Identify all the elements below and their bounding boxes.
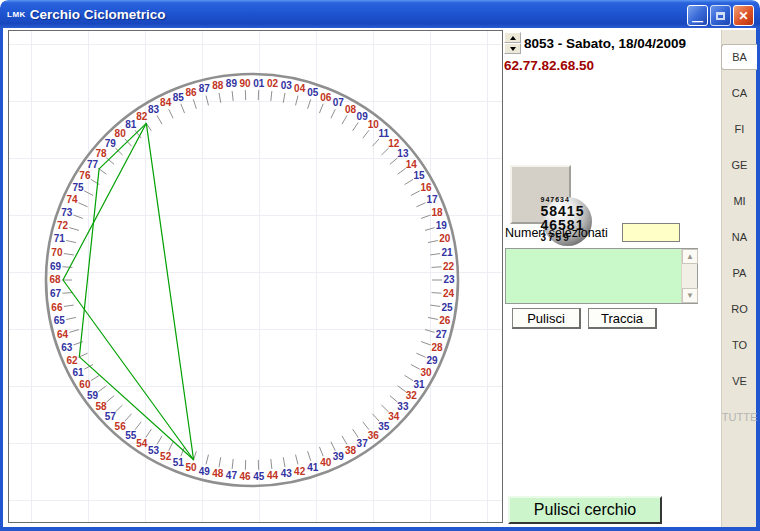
circle-number[interactable]: 08	[345, 104, 357, 115]
circle-number[interactable]: 85	[173, 92, 185, 103]
circle-number[interactable]: 62	[66, 355, 78, 366]
circle-number[interactable]: 52	[160, 451, 172, 462]
circle-number[interactable]: 75	[72, 182, 84, 193]
circle-number[interactable]: 77	[87, 159, 99, 170]
circle-number[interactable]: 60	[79, 379, 91, 390]
wheel-tab-na[interactable]: NA	[722, 224, 757, 250]
circle-number[interactable]: 59	[87, 390, 99, 401]
circle-number[interactable]: 72	[57, 220, 69, 231]
circle-number[interactable]: 40	[320, 457, 332, 468]
circle-number[interactable]: 86	[186, 87, 198, 98]
circle-number[interactable]: 43	[281, 468, 293, 479]
circle-number[interactable]: 05	[307, 87, 319, 98]
circle-number[interactable]: 13	[397, 148, 409, 159]
circle-number[interactable]: 87	[199, 83, 211, 94]
circle-number[interactable]: 04	[294, 83, 306, 94]
spinner-down-button[interactable]	[504, 43, 521, 54]
circle-number[interactable]: 46	[240, 471, 252, 482]
circle-number[interactable]: 06	[320, 92, 332, 103]
circle-number[interactable]: 67	[50, 288, 62, 299]
wheel-tab-fi[interactable]: FI	[722, 116, 757, 142]
circle-number[interactable]: 35	[378, 421, 390, 432]
spinner-up-button[interactable]	[504, 32, 521, 43]
circle-number[interactable]: 66	[51, 302, 63, 313]
scroll-up-icon[interactable]: ▲	[682, 249, 698, 264]
wheel-tab-to[interactable]: TO	[722, 332, 757, 358]
circle-number[interactable]: 25	[442, 302, 454, 313]
lottery-ball-button[interactable]: 947634 58415 46581 3759	[510, 165, 571, 224]
circle-number[interactable]: 89	[226, 78, 238, 89]
circle-number[interactable]: 78	[96, 148, 108, 159]
circle-number[interactable]: 32	[406, 390, 418, 401]
pulisci-cerchio-button[interactable]: Pulisci cerchio	[508, 496, 662, 524]
circle-number[interactable]: 14	[406, 159, 418, 170]
circle-number[interactable]: 44	[267, 470, 279, 481]
circle-number[interactable]: 30	[420, 367, 432, 378]
circle-number[interactable]: 54	[136, 438, 148, 449]
circle-number[interactable]: 20	[439, 233, 451, 244]
pulisci-button[interactable]: Pulisci	[512, 308, 581, 329]
circle-number[interactable]: 74	[66, 194, 78, 205]
circle-number[interactable]: 45	[253, 471, 265, 482]
circle-number[interactable]: 48	[212, 468, 224, 479]
circle-number[interactable]: 26	[439, 315, 451, 326]
circle-number[interactable]: 09	[357, 111, 369, 122]
circle-number[interactable]: 49	[199, 466, 211, 477]
circle-number[interactable]: 71	[54, 233, 66, 244]
circle-number[interactable]: 34	[388, 411, 400, 422]
wheel-tab-ge[interactable]: GE	[722, 152, 757, 178]
maximize-button[interactable]	[710, 5, 731, 26]
circle-number[interactable]: 03	[281, 80, 293, 91]
circle-number[interactable]: 27	[436, 329, 448, 340]
circle-number[interactable]: 73	[61, 207, 73, 218]
circle-number[interactable]: 18	[432, 207, 444, 218]
wheel-tab-ca[interactable]: CA	[722, 80, 757, 106]
circle-number[interactable]: 21	[442, 247, 454, 258]
circle-number[interactable]: 19	[436, 220, 448, 231]
circle-number[interactable]: 53	[148, 445, 160, 456]
circle-number[interactable]: 37	[357, 438, 369, 449]
circle-number[interactable]: 29	[426, 355, 438, 366]
circle-number[interactable]: 63	[61, 342, 73, 353]
circle-number[interactable]: 23	[443, 274, 455, 285]
circle-number[interactable]: 56	[115, 421, 127, 432]
circle-number[interactable]: 02	[267, 78, 279, 89]
listbox-scrollbar[interactable]: ▲ ▼	[681, 249, 697, 303]
circle-number[interactable]: 81	[125, 119, 137, 130]
circle-number[interactable]: 83	[148, 104, 160, 115]
circle-number[interactable]: 39	[333, 451, 345, 462]
minimize-button[interactable]: —	[687, 5, 708, 26]
circle-number[interactable]: 50	[186, 462, 198, 473]
circle-number[interactable]: 90	[240, 78, 252, 89]
circle-number[interactable]: 76	[79, 170, 91, 181]
circle-number[interactable]: 41	[307, 462, 319, 473]
circle-number[interactable]: 22	[443, 261, 455, 272]
circle-number[interactable]: 28	[432, 342, 444, 353]
selected-numbers-input[interactable]	[622, 223, 680, 242]
circle-number[interactable]: 38	[345, 445, 357, 456]
circle-number[interactable]: 31	[414, 379, 426, 390]
circle-number[interactable]: 36	[368, 430, 380, 441]
circle-number[interactable]: 16	[420, 182, 432, 193]
circle-number[interactable]: 17	[426, 194, 438, 205]
circle-number[interactable]: 01	[253, 78, 265, 89]
wheel-tab-pa[interactable]: PA	[722, 260, 757, 286]
circle-number[interactable]: 24	[443, 288, 455, 299]
numbers-listbox[interactable]: ▲ ▼	[505, 248, 698, 304]
circle-number[interactable]: 58	[96, 401, 108, 412]
circle-number[interactable]: 69	[50, 261, 62, 272]
circle-number[interactable]: 84	[160, 97, 172, 108]
circle-number[interactable]: 68	[49, 274, 61, 285]
circle-number[interactable]: 64	[57, 329, 69, 340]
traccia-button[interactable]: Traccia	[588, 308, 657, 329]
wheel-tab-ba[interactable]: BA	[721, 44, 757, 70]
wheel-tab-ve[interactable]: VE	[722, 368, 757, 394]
wheel-tab-ro[interactable]: RO	[722, 296, 757, 322]
circle-number[interactable]: 70	[51, 247, 63, 258]
circle-number[interactable]: 42	[294, 466, 306, 477]
scroll-down-icon[interactable]: ▼	[682, 288, 698, 303]
circle-number[interactable]: 47	[226, 470, 238, 481]
circle-number[interactable]: 07	[333, 97, 345, 108]
circle-number[interactable]: 88	[212, 80, 224, 91]
circle-number[interactable]: 57	[105, 411, 117, 422]
